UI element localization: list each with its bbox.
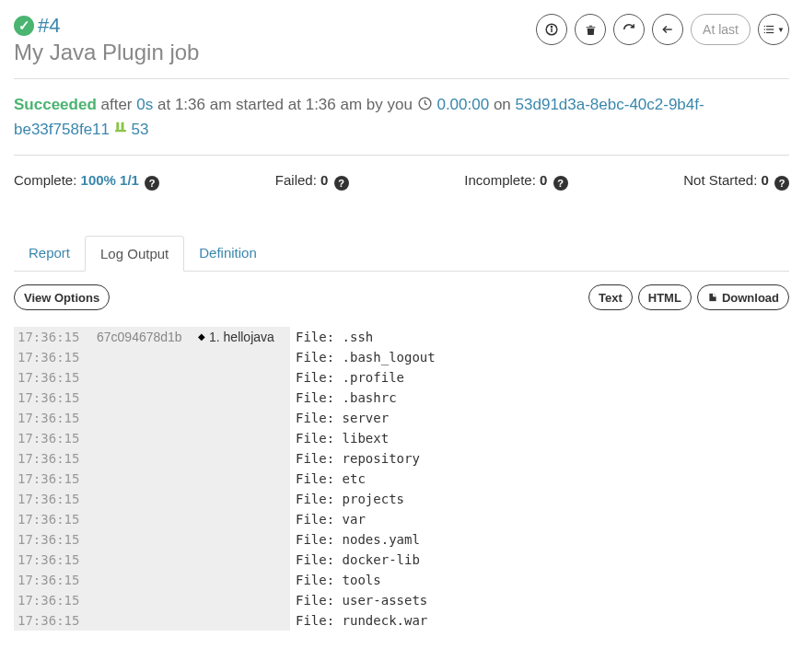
- log-row: 17:36:15File: user-assets: [14, 590, 789, 610]
- status-line: Succeeded after 0s at 1:36 am started at…: [14, 92, 789, 142]
- log-message: File: .bashrc: [290, 388, 397, 408]
- by-user: you: [388, 96, 413, 113]
- log-node: [89, 347, 198, 367]
- log-row: 17:36:15File: etc: [14, 469, 789, 489]
- html-button[interactable]: HTML: [638, 284, 692, 310]
- log-row: 17:36:15File: rundeck.war: [14, 610, 789, 631]
- log-step: [198, 388, 290, 408]
- log-step: [198, 347, 290, 367]
- svg-rect-7: [766, 29, 774, 29]
- log-step: [198, 529, 290, 550]
- log-node: [89, 529, 198, 550]
- notstarted-label: Not Started:: [683, 172, 757, 188]
- log-row: 17:36:15File: docker-lib: [14, 550, 789, 570]
- tab-definition[interactable]: Definition: [184, 236, 272, 271]
- log-timestamp: 17:36:15: [14, 347, 89, 367]
- fork-count[interactable]: 53: [131, 121, 148, 138]
- log-message: File: etc: [290, 469, 366, 489]
- stat-incomplete: Incomplete: 0 ?: [464, 172, 567, 191]
- stat-failed: Failed: 0 ?: [275, 172, 349, 191]
- log-row: 17:36:15File: var: [14, 509, 789, 529]
- svg-rect-11: [116, 122, 119, 130]
- log-message: File: var: [290, 509, 366, 529]
- log-timestamp: 17:36:15: [14, 408, 89, 428]
- log-step: [198, 570, 290, 590]
- log-timestamp: 17:36:15: [14, 610, 89, 631]
- tabs: Report Log Output Definition: [14, 236, 789, 272]
- log-timestamp: 17:36:15: [14, 509, 89, 529]
- log-timestamp: 17:36:15: [14, 570, 89, 590]
- log-row: 17:36:15File: libext: [14, 428, 789, 448]
- log-message: File: user-assets: [290, 590, 427, 610]
- trash-icon: [585, 24, 597, 36]
- log-node: [89, 590, 198, 610]
- divider-2: [14, 155, 789, 156]
- log-row: 17:36:1567c094678d1b◆1. hellojavaFile: .…: [14, 327, 789, 347]
- log-timestamp: 17:36:15: [14, 327, 89, 347]
- log-node: [89, 570, 198, 590]
- rerun-button[interactable]: [613, 14, 645, 45]
- divider: [14, 78, 789, 79]
- diamond-icon: ◆: [198, 327, 205, 347]
- output-card: Report Log Output Definition View Option…: [0, 222, 803, 644]
- help-icon[interactable]: ?: [145, 176, 159, 191]
- tab-log-output[interactable]: Log Output: [85, 236, 184, 272]
- failed-label: Failed:: [275, 172, 317, 188]
- svg-rect-12: [121, 122, 123, 130]
- svg-rect-13: [115, 130, 126, 132]
- log-node: [89, 610, 198, 631]
- help-icon[interactable]: ?: [553, 176, 568, 191]
- run-id-line: ✓ #4: [14, 14, 199, 38]
- log-step: [198, 489, 290, 509]
- action-buttons: At last ▼: [536, 14, 789, 45]
- run-id[interactable]: #4: [38, 14, 60, 38]
- log-step: [198, 590, 290, 610]
- log-node: [89, 448, 198, 469]
- caret-down-icon: ▼: [777, 26, 785, 34]
- log-timestamp: 17:36:15: [14, 469, 89, 489]
- arrow-left-icon: [661, 23, 674, 36]
- back-button[interactable]: [652, 14, 683, 45]
- log-row: 17:36:15File: tools: [14, 570, 789, 590]
- svg-rect-6: [764, 29, 765, 29]
- log-timestamp: 17:36:15: [14, 550, 89, 570]
- download-button[interactable]: Download: [697, 284, 789, 310]
- format-buttons: Text HTML Download: [588, 284, 789, 310]
- log-node: [89, 489, 198, 509]
- started-time: 1:36 am: [306, 96, 362, 113]
- info-button[interactable]: [536, 14, 567, 45]
- log-node: [89, 469, 198, 489]
- list-menu-button[interactable]: ▼: [758, 14, 789, 45]
- log-node: [89, 367, 198, 388]
- log-timestamp: 17:36:15: [14, 428, 89, 448]
- stats-row: Complete: 100% 1/1 ? Failed: 0 ? Incompl…: [14, 168, 789, 194]
- log-message: File: projects: [290, 489, 404, 509]
- elapsed[interactable]: 0.00:00: [436, 96, 489, 113]
- log-message: File: libext: [290, 428, 389, 448]
- log-step: [198, 509, 290, 529]
- log-message: File: server: [290, 408, 389, 428]
- incomplete-label: Incomplete:: [464, 172, 536, 188]
- log-message: File: .ssh: [290, 327, 373, 347]
- delete-button[interactable]: [575, 14, 606, 45]
- at-last-button[interactable]: At last: [691, 14, 751, 45]
- complete-value: 100% 1/1: [81, 172, 139, 188]
- tab-report[interactable]: Report: [14, 236, 85, 271]
- at-last-label: At last: [703, 22, 739, 37]
- job-title: My Java Plugin job: [14, 40, 199, 65]
- log-step: [198, 610, 290, 631]
- list-icon: [762, 23, 775, 36]
- on-label: on: [494, 96, 511, 113]
- by-prefix: by: [367, 96, 383, 113]
- log-node: [89, 408, 198, 428]
- view-options-button[interactable]: View Options: [14, 284, 110, 310]
- help-icon[interactable]: ?: [774, 176, 789, 191]
- log-message: File: repository: [290, 448, 420, 469]
- help-icon[interactable]: ?: [334, 176, 349, 191]
- view-options-label: View Options: [24, 291, 99, 305]
- complete-label: Complete:: [14, 172, 76, 188]
- log-step: [198, 428, 290, 448]
- duration[interactable]: 0s: [136, 96, 153, 113]
- text-button[interactable]: Text: [588, 284, 633, 310]
- execution-header-card: ✓ #4 My Java Plugin job At last: [0, 0, 803, 208]
